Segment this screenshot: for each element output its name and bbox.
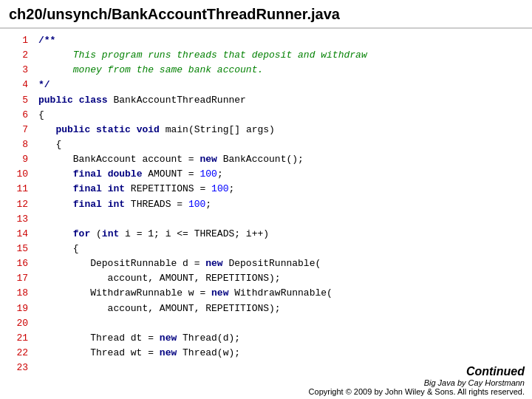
code-line: 12 final int THREADS = 100; bbox=[7, 197, 525, 212]
line-content: account, AMOUNT, REPETITIONS); bbox=[38, 271, 281, 286]
code-line: 13 bbox=[7, 212, 525, 227]
code-line: 3 money from the same bank account. bbox=[7, 63, 525, 78]
code-line: 10 final double AMOUNT = 100; bbox=[7, 167, 525, 182]
line-number: 23 bbox=[7, 361, 28, 375]
code-area: 1/**2 This program runs threads that dep… bbox=[0, 29, 532, 380]
line-content: final int REPETITIONS = 100; bbox=[38, 182, 234, 197]
line-number: 11 bbox=[7, 182, 28, 197]
code-line: 18 WithdrawRunnable w = new WithdrawRunn… bbox=[7, 286, 525, 301]
line-content: public class BankAccountThreadRunner bbox=[38, 93, 246, 108]
line-number: 3 bbox=[7, 63, 28, 78]
line-number: 8 bbox=[7, 137, 28, 152]
code-line: 21 Thread dt = new Thread(d); bbox=[7, 331, 525, 346]
line-content: { bbox=[38, 108, 44, 123]
line-content: BankAccount account = new BankAccount(); bbox=[38, 152, 304, 167]
page-title: ch20/unsynch/BankAccountThreadRunner.jav… bbox=[9, 6, 523, 23]
code-line: 5public class BankAccountThreadRunner bbox=[7, 93, 525, 108]
line-number: 10 bbox=[7, 167, 28, 182]
line-content: final double AMOUNT = 100; bbox=[38, 167, 223, 182]
code-line: 2 This program runs threads that deposit… bbox=[7, 48, 525, 63]
line-number: 4 bbox=[7, 78, 28, 92]
code-line: 4*/ bbox=[7, 78, 525, 92]
line-content: WithdrawRunnable w = new WithdrawRunnabl… bbox=[38, 286, 332, 301]
line-number: 5 bbox=[7, 93, 28, 108]
line-content: { bbox=[38, 137, 61, 152]
code-line: 7 public static void main(String[] args) bbox=[7, 123, 525, 137]
line-number: 17 bbox=[7, 271, 28, 286]
line-content: */ bbox=[38, 78, 50, 92]
line-content: /** bbox=[38, 33, 55, 48]
code-line: 1/** bbox=[7, 33, 525, 48]
line-number: 15 bbox=[7, 242, 28, 256]
author-label: Big Java by Cay Horstmann bbox=[309, 378, 525, 387]
code-line: 22 Thread wt = new Thread(w); bbox=[7, 346, 525, 361]
code-line: 16 DepositRunnable d = new DepositRunnab… bbox=[7, 256, 525, 271]
line-content: for (int i = 1; i <= THREADS; i++) bbox=[38, 227, 269, 242]
line-number: 1 bbox=[7, 33, 28, 48]
line-number: 7 bbox=[7, 123, 28, 137]
line-content: account, AMOUNT, REPETITIONS); bbox=[38, 301, 281, 316]
code-line: 11 final int REPETITIONS = 100; bbox=[7, 182, 525, 197]
line-content: Thread wt = new Thread(w); bbox=[38, 346, 240, 361]
line-content: Thread dt = new Thread(d); bbox=[38, 331, 240, 346]
code-line: 15 { bbox=[7, 242, 525, 256]
continued-label: Continued bbox=[309, 365, 525, 378]
line-number: 2 bbox=[7, 48, 28, 63]
line-number: 14 bbox=[7, 227, 28, 242]
line-content: money from the same bank account. bbox=[38, 63, 263, 78]
line-number: 9 bbox=[7, 152, 28, 167]
line-number: 16 bbox=[7, 256, 28, 271]
line-number: 19 bbox=[7, 301, 28, 316]
code-line: 8 { bbox=[7, 137, 525, 152]
line-content: { bbox=[38, 242, 79, 256]
line-number: 18 bbox=[7, 286, 28, 301]
line-content: This program runs threads that deposit a… bbox=[38, 48, 367, 63]
line-content: public static void main(String[] args) bbox=[38, 123, 275, 137]
line-content: final int THREADS = 100; bbox=[38, 197, 211, 212]
line-number: 6 bbox=[7, 108, 28, 123]
code-line: 9 BankAccount account = new BankAccount(… bbox=[7, 152, 525, 167]
line-number: 12 bbox=[7, 197, 28, 212]
line-content: DepositRunnable d = new DepositRunnable( bbox=[38, 256, 321, 271]
line-number: 21 bbox=[7, 331, 28, 346]
footer: Continued Big Java by Cay Horstmann Copy… bbox=[309, 365, 525, 396]
line-number: 22 bbox=[7, 346, 28, 361]
code-line: 14 for (int i = 1; i <= THREADS; i++) bbox=[7, 227, 525, 242]
line-number: 13 bbox=[7, 212, 28, 227]
code-line: 20 bbox=[7, 316, 525, 331]
line-number: 20 bbox=[7, 316, 28, 331]
code-line: 19 account, AMOUNT, REPETITIONS); bbox=[7, 301, 525, 316]
code-line: 6{ bbox=[7, 108, 525, 123]
copyright-label: Copyright © 2009 by John Wiley & Sons. A… bbox=[309, 387, 525, 396]
code-line: 17 account, AMOUNT, REPETITIONS); bbox=[7, 271, 525, 286]
